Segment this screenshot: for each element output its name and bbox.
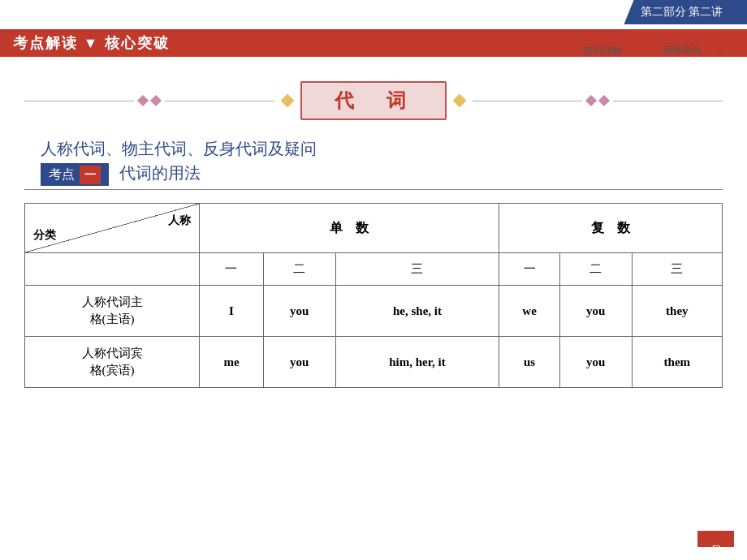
subtitle-line2: 代词的用法 xyxy=(119,164,201,182)
fudan-header: 复 数 xyxy=(499,204,723,253)
er2-header: 二 xyxy=(559,253,632,286)
cell-0-5: they xyxy=(632,286,722,337)
right-star xyxy=(453,94,467,108)
cell-1-5: them xyxy=(632,337,722,388)
main-title: 代 词 xyxy=(335,90,412,111)
cell-1-2: him, her, it xyxy=(335,337,499,388)
yi2-header: 一 xyxy=(499,253,560,286)
table-row: 人称代词宾格(宾语) me you him, her, it us you th… xyxy=(25,337,723,388)
subtitle-line1: 人称代词、物主代词、反身代词及疑问 xyxy=(41,140,317,157)
row-label-0: 人称代词主格(主语) xyxy=(25,286,200,337)
kaodian-number: 一 xyxy=(80,166,101,184)
right-subtitle-text1: 知识详解 xyxy=(583,45,622,56)
shandan-header: 单 数 xyxy=(200,204,499,253)
top-nav: 第二部分 第二讲 xyxy=(624,0,748,24)
er1-header: 二 xyxy=(263,253,335,286)
yi1-header: 一 xyxy=(200,253,264,286)
left-diamond-line xyxy=(24,97,274,105)
subtitle-block: 人称代词、物主代词、反身代词及疑问 考点 一 代词的用法 xyxy=(41,136,723,186)
diag-top-label: 人称 xyxy=(30,212,194,228)
table-header-row: 人称 分类 单 数 复 数 xyxy=(25,204,723,253)
kaodian-label: 考点 xyxy=(49,165,75,184)
cell-0-3: we xyxy=(499,286,560,337)
right-subtitle-text2: 洞察考向 xyxy=(663,45,702,56)
san1-header: 三 xyxy=(335,253,499,286)
main-content: 代 词 人称代词、物主代词、反身代词及疑问 考点 一 代词的用法 人称 分类 单… xyxy=(0,65,747,560)
diag-bottom-label: 分类 xyxy=(30,228,194,244)
right-subtitle-line: ─ xyxy=(717,45,724,56)
cell-1-1: you xyxy=(263,337,335,388)
menu-button[interactable]: 栏目 导引 xyxy=(697,531,734,547)
left-star xyxy=(281,94,295,108)
cell-0-4: you xyxy=(559,286,632,337)
section-header-title: 考点解读 ▼ 核心突破 xyxy=(13,33,170,53)
right-diamond-line xyxy=(473,97,723,105)
main-title-box: 代 词 xyxy=(300,81,447,120)
section-divider xyxy=(24,189,723,190)
cell-0-0: I xyxy=(200,286,264,337)
right-diamond-2 xyxy=(598,95,610,106)
table-row: 人称代词主格(主语) I you he, she, it we you they xyxy=(25,286,723,337)
cell-0-1: you xyxy=(263,286,335,337)
left-diamond-1 xyxy=(137,95,149,106)
pronoun-table: 人称 分类 单 数 复 数 一 二 三 一 二 三 人称代词主格(主语) I y… xyxy=(24,203,723,388)
right-diamond-1 xyxy=(585,95,597,106)
san2-header: 三 xyxy=(632,253,722,286)
top-nav-label: 第二部分 第二讲 xyxy=(641,6,723,18)
right-subtitle-separator xyxy=(637,45,647,56)
right-subtitle: 知识详解 洞察考向 ─ xyxy=(576,44,731,58)
diagonal-header: 人称 分类 xyxy=(25,204,200,253)
cell-1-0: me xyxy=(200,337,264,388)
cell-1-3: us xyxy=(499,337,560,388)
table-subheader-row: 一 二 三 一 二 三 xyxy=(25,253,723,286)
empty-subheader xyxy=(25,253,200,286)
kaodian-badge: 考点 一 xyxy=(41,163,109,186)
cell-1-4: you xyxy=(559,337,632,388)
left-diamond-2 xyxy=(150,95,162,106)
row-label-1: 人称代词宾格(宾语) xyxy=(25,337,200,388)
cell-0-2: he, she, it xyxy=(335,286,499,337)
title-row: 代 词 xyxy=(24,81,723,120)
